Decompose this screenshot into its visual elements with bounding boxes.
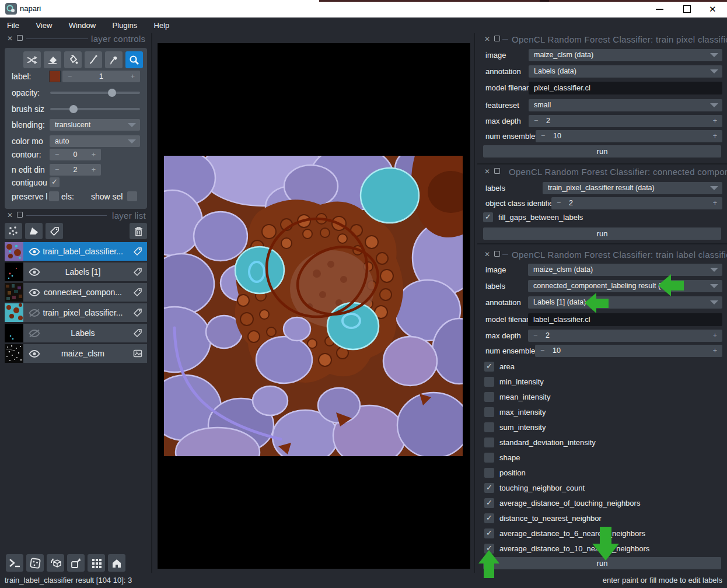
layer-row-maize-clsm[interactable]: maize_clsm xyxy=(5,344,147,363)
labels-dropdown[interactable]: train_pixel_classifier result (data) xyxy=(543,182,722,194)
run-button-connected-components[interactable]: run xyxy=(483,228,721,240)
panel2-close-icon[interactable]: ✕ xyxy=(484,168,490,175)
visibility-eye-icon[interactable] xyxy=(28,349,41,358)
increment-icon[interactable]: + xyxy=(131,71,135,82)
panel1-float-icon[interactable] xyxy=(494,36,500,41)
layer-controls-float-icon[interactable] xyxy=(17,35,23,41)
feature-checkbox[interactable] xyxy=(484,498,494,508)
menu-view[interactable]: View xyxy=(29,18,59,33)
decrement-icon[interactable]: − xyxy=(533,330,537,342)
model-filename-input[interactable]: label_classifier.cl xyxy=(528,313,722,326)
label-color-swatch[interactable] xyxy=(49,71,61,82)
increment-icon[interactable]: + xyxy=(713,197,717,209)
shuffle-colors-button[interactable] xyxy=(23,51,41,68)
image-dropdown[interactable]: maize_clsm (data) xyxy=(529,49,722,61)
blending-dropdown[interactable]: translucent xyxy=(50,119,140,131)
layer-row-train-label-classifier[interactable]: train_label_classifier... xyxy=(5,242,147,261)
toggle-ndisplay-button[interactable] xyxy=(26,554,44,572)
layer-row-labels-1[interactable]: Labels [1] xyxy=(5,262,147,281)
contour-spinbox[interactable]: − 0 + xyxy=(50,149,101,160)
panel2-float-icon[interactable] xyxy=(494,168,500,174)
show-selected-checkbox[interactable] xyxy=(127,191,137,201)
num-ensembles-spinbox[interactable]: − 10 + xyxy=(536,130,722,142)
max-depth-spinbox[interactable]: − 2 + xyxy=(528,330,722,342)
menu-window[interactable]: Window xyxy=(62,18,103,33)
num-ensembles-spinbox[interactable]: − 10 + xyxy=(535,345,722,357)
max-depth-value[interactable]: 2 xyxy=(546,330,550,342)
increment-icon[interactable]: + xyxy=(713,330,717,342)
menu-file[interactable]: File xyxy=(0,18,26,33)
run-button-train-pixel-classifier[interactable]: run xyxy=(483,145,721,158)
object-class-identifier-value[interactable]: 2 xyxy=(569,197,573,209)
visibility-eye-hidden-icon[interactable] xyxy=(28,329,41,338)
layer-controls-close-icon[interactable]: ✕ xyxy=(7,35,13,42)
new-shapes-layer-button[interactable] xyxy=(25,223,43,239)
slider-handle[interactable] xyxy=(108,89,116,97)
layer-list-close-icon[interactable]: ✕ xyxy=(7,212,13,219)
feature-checkbox[interactable] xyxy=(484,438,494,447)
layer-row-labels[interactable]: Labels xyxy=(5,324,147,342)
maximize-button[interactable] xyxy=(673,0,699,18)
increment-icon[interactable]: + xyxy=(713,115,717,127)
panel3-close-icon[interactable]: ✕ xyxy=(484,251,490,258)
decrement-icon[interactable]: − xyxy=(557,197,561,209)
close-button[interactable]: ✕ xyxy=(700,0,726,18)
feature-checkbox[interactable] xyxy=(484,513,494,523)
label-spinbox[interactable]: − 1 + xyxy=(62,71,140,82)
slider-handle[interactable] xyxy=(69,105,78,113)
roll-dimensions-button[interactable] xyxy=(47,554,64,572)
feature-checkbox[interactable] xyxy=(484,407,494,417)
object-class-identifier-spinbox[interactable]: − 2 + xyxy=(551,197,722,209)
zoom-button[interactable] xyxy=(125,51,143,68)
feature-checkbox[interactable] xyxy=(484,483,494,493)
fill-bucket-button[interactable] xyxy=(64,51,82,68)
layer-row-train-pixel-classifier[interactable]: train_pixel_classifier... xyxy=(5,303,147,322)
fill-gaps-checkbox[interactable] xyxy=(483,212,493,222)
contiguous-checkbox[interactable] xyxy=(50,177,60,187)
max-depth-spinbox[interactable]: − 2 + xyxy=(529,115,722,127)
home-button[interactable] xyxy=(108,554,125,572)
increment-icon[interactable]: + xyxy=(713,345,717,357)
feature-checkbox[interactable] xyxy=(484,377,494,387)
feature-checkbox[interactable] xyxy=(484,362,494,372)
label-value[interactable]: 1 xyxy=(62,71,140,82)
increment-icon[interactable]: + xyxy=(92,149,96,160)
grid-view-button[interactable] xyxy=(88,554,105,572)
annotation-dropdown[interactable]: Labels (data) xyxy=(529,65,722,78)
layer-row-connected-components[interactable]: connected_compon... xyxy=(5,283,147,302)
slider-track[interactable] xyxy=(50,92,140,94)
preserve-labels-checkbox[interactable] xyxy=(49,191,59,201)
new-points-layer-button[interactable] xyxy=(5,223,22,239)
increment-icon[interactable]: + xyxy=(92,164,96,176)
labels-dropdown[interactable]: connected_component_labeling result (dat… xyxy=(528,280,722,292)
color-mode-dropdown[interactable]: auto xyxy=(50,135,140,147)
run-button-train-label-classifier[interactable]: run xyxy=(483,557,721,569)
menu-plugins[interactable]: Plugins xyxy=(106,18,145,33)
featureset-dropdown[interactable]: small xyxy=(529,99,722,111)
visibility-eye-icon[interactable] xyxy=(28,288,41,297)
panel1-close-icon[interactable]: ✕ xyxy=(484,36,490,43)
feature-checkbox[interactable] xyxy=(484,544,494,554)
num-ensembles-value[interactable]: 10 xyxy=(553,130,561,142)
n-edit-dim-spinbox[interactable]: − 2 + xyxy=(50,164,101,176)
feature-checkbox[interactable] xyxy=(484,468,494,478)
panel3-float-icon[interactable] xyxy=(494,251,500,257)
slider-track[interactable] xyxy=(50,108,140,110)
visibility-eye-icon[interactable] xyxy=(28,247,41,256)
new-labels-layer-button[interactable] xyxy=(46,223,63,239)
minimize-button[interactable] xyxy=(646,0,672,18)
eraser-button[interactable] xyxy=(44,51,61,68)
feature-checkbox[interactable] xyxy=(484,453,494,463)
visibility-eye-icon[interactable] xyxy=(28,268,41,276)
delete-layer-button[interactable] xyxy=(130,223,147,239)
feature-checkbox[interactable] xyxy=(484,422,494,432)
decrement-icon[interactable]: − xyxy=(534,115,538,127)
annotation-dropdown[interactable]: Labels [1] (data) xyxy=(528,296,722,309)
opacity-slider[interactable] xyxy=(50,87,140,99)
image-dropdown[interactable]: maize_clsm (data) xyxy=(528,264,722,276)
feature-checkbox[interactable] xyxy=(484,528,494,538)
paintbrush-button[interactable] xyxy=(85,51,102,68)
feature-checkbox[interactable] xyxy=(484,392,494,402)
transpose-dimensions-button[interactable] xyxy=(67,554,85,572)
visibility-eye-hidden-icon[interactable] xyxy=(28,309,41,317)
